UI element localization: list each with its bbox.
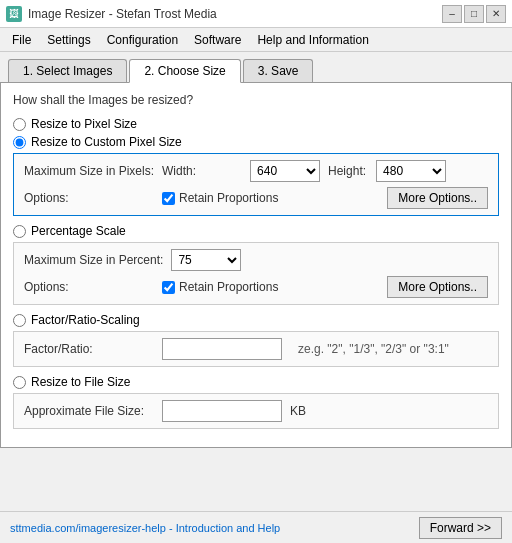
menu-settings[interactable]: Settings (39, 31, 98, 49)
footer: sttmedia.com/imageresizer-help - Introdu… (0, 511, 512, 543)
minimize-button[interactable]: – (442, 5, 462, 23)
options-label-2: Options: (24, 280, 154, 294)
radio-pixel-size-input[interactable] (13, 118, 26, 131)
width-select[interactable]: 640 800 1024 1280 1920 (250, 160, 320, 182)
radio-percentage-scale-input[interactable] (13, 225, 26, 238)
retain-proportions-label-2[interactable]: Retain Proportions (179, 280, 278, 294)
width-label: Width: (162, 164, 242, 178)
factor-input[interactable]: 2 (162, 338, 282, 360)
retain-proportions-checkbox-2[interactable] (162, 281, 175, 294)
menu-configuration[interactable]: Configuration (99, 31, 186, 49)
title-bar-left: 🖼 Image Resizer - Stefan Trost Media (6, 6, 217, 22)
unit-label: KB (290, 404, 306, 418)
retain-proportions-1[interactable]: Retain Proportions (162, 191, 278, 205)
max-percent-label: Maximum Size in Percent: (24, 253, 163, 267)
percent-select[interactable]: 75 50 25 100 150 (171, 249, 241, 271)
menu-bar: File Settings Configuration Software Hel… (0, 28, 512, 52)
menu-software[interactable]: Software (186, 31, 249, 49)
menu-help[interactable]: Help and Information (249, 31, 376, 49)
retain-proportions-label-1[interactable]: Retain Proportions (179, 191, 278, 205)
app-icon: 🖼 (6, 6, 22, 22)
menu-file[interactable]: File (4, 31, 39, 49)
radio-pixel-size[interactable]: Resize to Pixel Size (13, 117, 499, 131)
tab-select-images[interactable]: 1. Select Images (8, 59, 127, 82)
custom-pixel-size-box: Maximum Size in Pixels: Width: 640 800 1… (13, 153, 499, 216)
main-content: How shall the Images be resized? Resize … (0, 83, 512, 448)
radio-custom-pixel-size-label[interactable]: Resize to Custom Pixel Size (31, 135, 182, 149)
approx-input[interactable]: 100 (162, 400, 282, 422)
tab-bar: 1. Select Images 2. Choose Size 3. Save (0, 52, 512, 83)
factor-row: Factor/Ratio: 2 ze.g. "2", "1/3", "2/3" … (24, 338, 488, 360)
radio-file-size[interactable]: Resize to File Size (13, 375, 499, 389)
custom-options-row: Options: Retain Proportions More Options… (24, 187, 488, 209)
forward-button[interactable]: Forward >> (419, 517, 502, 539)
radio-factor-ratio[interactable]: Factor/Ratio-Scaling (13, 313, 499, 327)
max-size-label: Maximum Size in Pixels: (24, 164, 154, 178)
factor-hint: ze.g. "2", "1/3", "2/3" or "3:1" (298, 342, 449, 356)
custom-pixel-size-row: Maximum Size in Pixels: Width: 640 800 1… (24, 160, 488, 182)
more-options-btn-1[interactable]: More Options.. (387, 187, 488, 209)
radio-factor-ratio-input[interactable] (13, 314, 26, 327)
height-label: Height: (328, 164, 368, 178)
radio-custom-pixel-size[interactable]: Resize to Custom Pixel Size (13, 135, 499, 149)
more-options-btn-2[interactable]: More Options.. (387, 276, 488, 298)
percent-options-row: Options: Retain Proportions More Options… (24, 276, 488, 298)
retain-proportions-2[interactable]: Retain Proportions (162, 280, 278, 294)
tab-choose-size[interactable]: 2. Choose Size (129, 59, 240, 83)
tab-save[interactable]: 3. Save (243, 59, 314, 82)
retain-proportions-checkbox-1[interactable] (162, 192, 175, 205)
factor-label: Factor/Ratio: (24, 342, 154, 356)
file-size-row: Approximate File Size: 100 KB (24, 400, 488, 422)
radio-factor-ratio-label[interactable]: Factor/Ratio-Scaling (31, 313, 140, 327)
radio-file-size-input[interactable] (13, 376, 26, 389)
radio-file-size-label[interactable]: Resize to File Size (31, 375, 130, 389)
app-title: Image Resizer - Stefan Trost Media (28, 7, 217, 21)
title-bar: 🖼 Image Resizer - Stefan Trost Media – □… (0, 0, 512, 28)
approx-label: Approximate File Size: (24, 404, 154, 418)
height-select[interactable]: 480 600 768 1024 1080 (376, 160, 446, 182)
percentage-scale-box: Maximum Size in Percent: 75 50 25 100 15… (13, 242, 499, 305)
radio-pixel-size-label[interactable]: Resize to Pixel Size (31, 117, 137, 131)
help-link[interactable]: sttmedia.com/imageresizer-help - Introdu… (10, 522, 280, 534)
title-bar-controls: – □ ✕ (442, 5, 506, 23)
options-label-1: Options: (24, 191, 154, 205)
file-size-box: Approximate File Size: 100 KB (13, 393, 499, 429)
radio-percentage-scale-label[interactable]: Percentage Scale (31, 224, 126, 238)
radio-percentage-scale[interactable]: Percentage Scale (13, 224, 499, 238)
radio-custom-pixel-size-input[interactable] (13, 136, 26, 149)
close-button[interactable]: ✕ (486, 5, 506, 23)
question-text: How shall the Images be resized? (13, 93, 499, 107)
factor-ratio-box: Factor/Ratio: 2 ze.g. "2", "1/3", "2/3" … (13, 331, 499, 367)
maximize-button[interactable]: □ (464, 5, 484, 23)
percent-row: Maximum Size in Percent: 75 50 25 100 15… (24, 249, 488, 271)
